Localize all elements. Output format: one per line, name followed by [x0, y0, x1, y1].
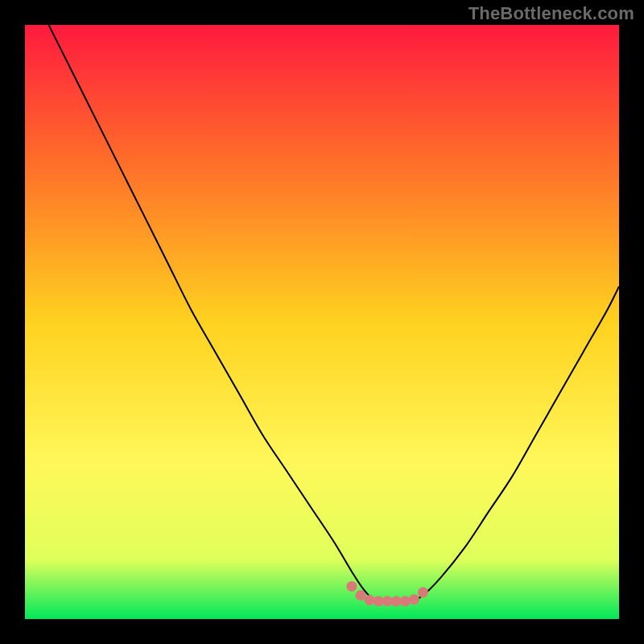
plot-area — [25, 25, 619, 619]
optimum-markers — [346, 581, 428, 606]
optimum-marker — [382, 596, 393, 606]
bottleneck-curve — [49, 25, 619, 602]
curve-layer — [25, 25, 619, 619]
optimum-marker — [346, 581, 357, 592]
optimum-marker — [391, 596, 402, 606]
optimum-marker — [400, 596, 411, 606]
optimum-marker — [355, 590, 365, 601]
optimum-marker — [418, 587, 428, 597]
watermark-text: TheBottleneck.com — [469, 3, 634, 24]
optimum-marker — [365, 595, 375, 605]
optimum-marker — [409, 594, 419, 605]
plot-inner — [25, 25, 619, 619]
chart-frame: TheBottleneck.com — [0, 0, 644, 644]
optimum-marker — [374, 596, 384, 606]
